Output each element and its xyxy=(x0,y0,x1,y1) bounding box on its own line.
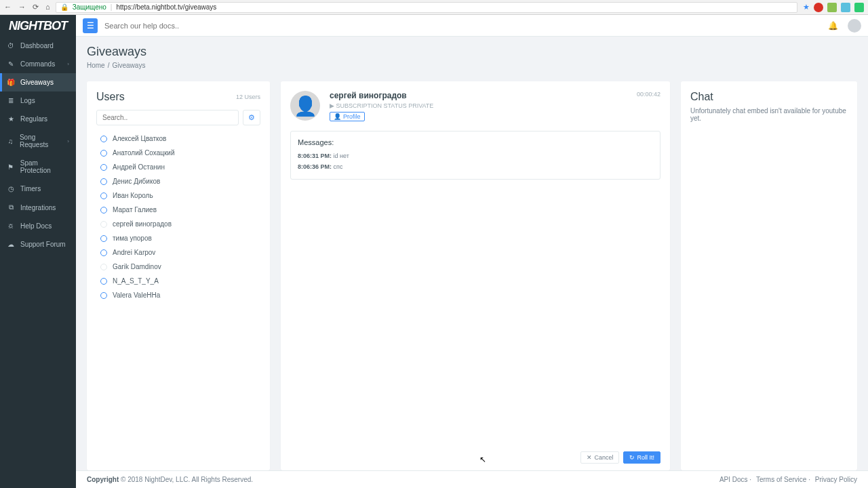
back-icon[interactable]: ← xyxy=(4,3,12,12)
browser-chrome: ← → ⟳ ⌂ 🔒 Защищено | https://beta.nightb… xyxy=(0,0,868,15)
lock-icon: 🔒 xyxy=(60,3,68,11)
secure-label: Защищено xyxy=(73,3,106,11)
url-text: https://beta.nightbot.tv/giveaways xyxy=(116,3,216,11)
forward-icon[interactable]: → xyxy=(18,3,26,12)
home-icon[interactable]: ⌂ xyxy=(45,3,50,12)
reload-icon[interactable]: ⟳ xyxy=(33,3,39,12)
url-bar[interactable]: 🔒 Защищено | https://beta.nightbot.tv/gi… xyxy=(56,2,797,13)
